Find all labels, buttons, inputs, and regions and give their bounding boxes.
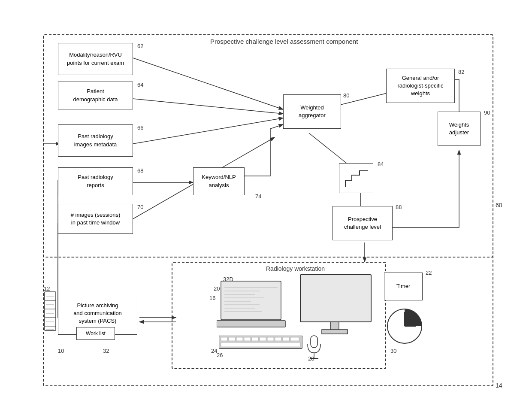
clock-icon: [385, 307, 424, 345]
large-monitor: [298, 273, 375, 341]
modality-box: Modality/reason/RVU points for current e…: [58, 43, 133, 75]
workstation-title: Radiology workstation: [266, 265, 325, 272]
clock-timer: [385, 307, 424, 345]
step-function-box: [339, 163, 373, 193]
timer-box: Timer: [384, 273, 423, 300]
svg-rect-47: [275, 337, 281, 341]
svg-rect-23: [221, 281, 281, 320]
weighted-agg-label: Weightedaggregator: [299, 104, 326, 119]
keyword-nlp-arrow-number: 74: [255, 193, 261, 200]
svg-rect-41: [229, 337, 235, 341]
patient-label: Patientdemographic data: [73, 88, 118, 103]
prospective-challenge-label: Prospectivechallenge level: [344, 215, 381, 231]
svg-rect-13: [45, 292, 56, 330]
step-function-number: 84: [378, 161, 384, 167]
clock-number: 30: [390, 348, 396, 354]
past-images-box: Past radiologyimages metadata: [58, 124, 133, 157]
outer-right-number: 60: [496, 202, 502, 209]
svg-rect-35: [322, 330, 348, 334]
timer-label: Timer: [396, 282, 411, 290]
mic-number: 28: [308, 355, 314, 362]
diagram-container: Prospective challenge level assessment c…: [17, 9, 515, 395]
svg-rect-43: [244, 337, 251, 341]
past-images-label: Past radiologyimages metadata: [74, 133, 117, 148]
pacs-server-device: [44, 290, 57, 333]
server-icon: [44, 290, 57, 333]
keyword-nlp-label: Keyword/NLPanalysis: [202, 173, 236, 189]
outer-box-number: 14: [496, 382, 502, 389]
weights-adjuster-label: Weightsadjuster: [449, 121, 469, 136]
past-images-number: 66: [137, 124, 143, 131]
prospective-challenge-box: Prospectivechallenge level: [332, 206, 393, 240]
svg-rect-40: [221, 337, 227, 341]
svg-rect-44: [252, 337, 258, 341]
svg-rect-34: [330, 322, 339, 330]
patient-box: Patientdemographic data: [58, 82, 133, 109]
patient-number: 64: [137, 82, 143, 88]
step-function-icon: [343, 167, 369, 189]
monitor-number-16: 16: [209, 295, 215, 301]
svg-rect-32: [217, 321, 285, 327]
work-list-number: 32: [103, 348, 109, 354]
modality-number: 62: [137, 43, 143, 49]
svg-rect-42: [236, 337, 243, 341]
modality-label: Modality/reason/RVU points for current e…: [62, 51, 129, 67]
keyboard: [219, 336, 302, 351]
work-list-label: Work list: [86, 330, 106, 337]
pacs-number: 10: [58, 348, 64, 354]
work-list-box: Work list: [76, 327, 115, 340]
pacs-device-number: 12: [44, 285, 50, 292]
laptop-icon: [217, 279, 298, 339]
timer-number: 22: [426, 270, 432, 276]
general-weights-box: General and/orradiologist-specificweight…: [386, 69, 455, 103]
keyword-nlp-box: Keyword/NLPanalysis: [193, 167, 245, 195]
general-weights-label: General and/orradiologist-specificweight…: [398, 74, 444, 98]
past-reports-number: 68: [137, 167, 143, 174]
assessment-title: Prospective challenge level assessment c…: [210, 38, 358, 45]
weights-adjuster-number: 90: [484, 109, 490, 116]
num-images-number: 70: [137, 204, 143, 210]
num-images-box: # images (sessions)in past time window: [58, 204, 133, 234]
svg-rect-49: [290, 337, 299, 341]
monitor-icon: [298, 273, 375, 341]
general-weights-number: 82: [458, 69, 464, 75]
svg-rect-50: [221, 342, 300, 347]
past-reports-label: Past radiologyreports: [78, 173, 113, 189]
keyboard-icon: [219, 336, 302, 351]
svg-rect-51: [311, 336, 317, 348]
weighted-agg-number: 80: [343, 92, 349, 99]
pacs-label: Picture archivingand communicationsystem…: [73, 302, 122, 325]
svg-rect-33: [300, 275, 371, 322]
svg-rect-48: [283, 337, 289, 341]
weighted-agg-box: Weightedaggregator: [283, 94, 341, 129]
prospective-challenge-number: 88: [396, 204, 402, 210]
svg-rect-45: [260, 337, 266, 341]
laptop-display: [217, 279, 298, 339]
svg-rect-46: [267, 337, 274, 341]
past-reports-box: Past radiologyreports: [58, 167, 133, 195]
num-images-label: # images (sessions)in past time window: [71, 211, 121, 227]
display-number: 26: [217, 352, 223, 358]
weights-adjuster-box: Weightsadjuster: [438, 112, 481, 146]
